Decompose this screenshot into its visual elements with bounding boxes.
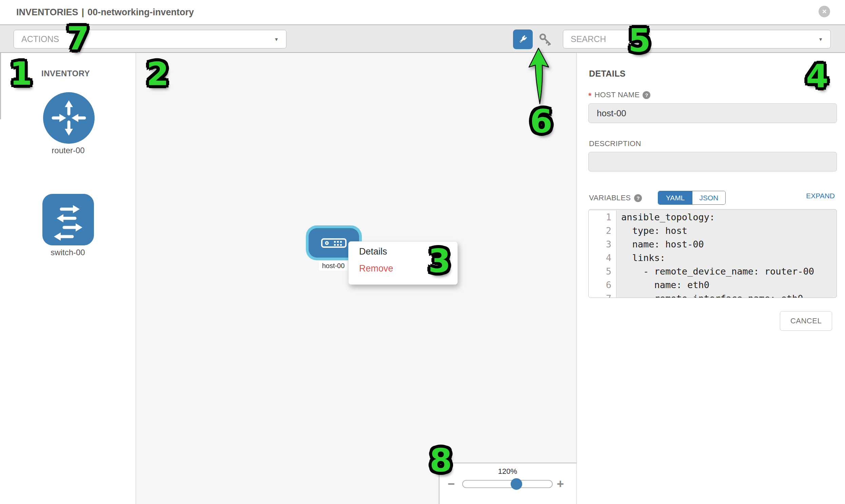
code-line: 1 ansible_topology:	[589, 211, 837, 224]
line-number: 7	[589, 292, 616, 298]
switch-icon	[42, 194, 94, 246]
wrench-icon	[517, 34, 528, 45]
annotation-5: 5	[628, 22, 651, 59]
close-icon: ✕	[822, 8, 827, 15]
annotation-2: 2	[146, 55, 169, 92]
search-placeholder: SEARCH	[571, 34, 606, 44]
line-number: 1	[589, 211, 616, 224]
router-icon	[43, 92, 94, 144]
sidebar-item-router[interactable]	[43, 92, 94, 145]
line-text: - remote_device_name: router-00	[616, 265, 837, 278]
sidebar-item-label: switch-00	[31, 248, 105, 257]
code-line: 2 type: host	[589, 224, 837, 238]
code-line: 4 links:	[589, 251, 837, 265]
zoom-slider-thumb[interactable]	[511, 478, 522, 490]
zoom-in-button[interactable]: +	[557, 478, 564, 490]
close-button[interactable]: ✕	[818, 6, 830, 17]
annotation-6: 6	[530, 103, 552, 140]
app-window: INVENTORIES | 00-networking-inventory ✕ …	[0, 0, 845, 504]
credentials-button[interactable]	[538, 32, 554, 48]
line-number: 5	[589, 265, 616, 278]
yaml-toggle-button[interactable]: YAML	[658, 191, 692, 204]
line-number: 3	[589, 238, 616, 251]
variables-label: VARIABLES	[589, 194, 631, 202]
description-label: DESCRIPTION	[589, 139, 641, 148]
breadcrumb-divider: |	[82, 7, 85, 18]
help-icon[interactable]: ?	[634, 194, 642, 202]
chevron-down-icon: ▼	[818, 37, 823, 42]
code-line: 3 name: host-00	[589, 238, 837, 251]
line-text: type: host	[616, 224, 837, 238]
line-number: 6	[589, 278, 616, 292]
code-line: 6 name: eth0	[589, 278, 837, 292]
cancel-button[interactable]: CANCEL	[780, 311, 832, 331]
zoom-slider-track[interactable]	[462, 480, 553, 488]
annotation-4: 4	[806, 58, 828, 95]
annotation-arrow-up	[525, 46, 556, 107]
line-text: ansible_topology:	[616, 211, 837, 224]
required-asterisk: *	[588, 91, 592, 101]
expand-link[interactable]: EXPAND	[760, 192, 835, 200]
actions-dropdown[interactable]: ACTIONS ▼	[14, 30, 286, 49]
description-field[interactable]	[588, 152, 837, 172]
line-number: 2	[589, 224, 616, 238]
key-icon	[539, 33, 553, 47]
sidebar-edge-divider	[0, 53, 1, 119]
details-heading: DETAILS	[589, 69, 626, 79]
breadcrumb-section: INVENTORIES	[16, 7, 78, 18]
line-text: remote_interface_name: eth0	[616, 292, 837, 298]
code-line: 7 remote_interface_name: eth0	[589, 292, 837, 298]
node-label: host-00	[319, 261, 348, 270]
line-text: name: host-00	[616, 238, 837, 251]
sidebar-item-switch[interactable]	[42, 194, 94, 247]
host-name-label: HOST NAME	[594, 90, 639, 99]
host-name-field[interactable]	[588, 103, 837, 123]
code-line: 5 - remote_device_name: router-00	[589, 265, 837, 278]
breadcrumb-item: 00-networking-inventory	[87, 7, 194, 18]
annotation-3: 3	[428, 242, 451, 280]
sidebar-item-label: router-00	[31, 146, 105, 155]
line-text: name: eth0	[616, 278, 837, 292]
annotation-8: 8	[429, 442, 452, 479]
variables-format-toggle: YAML JSON	[658, 191, 726, 205]
header: INVENTORIES | 00-networking-inventory ✕	[0, 0, 845, 24]
line-number: 4	[589, 251, 616, 265]
variables-label-row: VARIABLES ?	[589, 194, 642, 202]
json-toggle-button[interactable]: JSON	[692, 191, 725, 204]
actions-placeholder: ACTIONS	[21, 34, 59, 44]
host-server-icon	[321, 238, 347, 249]
annotation-7: 7	[67, 20, 89, 57]
zoom-out-button[interactable]: −	[447, 478, 455, 490]
help-icon[interactable]: ?	[642, 91, 650, 99]
chevron-down-icon: ▼	[274, 37, 279, 42]
annotation-1: 1	[10, 55, 32, 92]
breadcrumb: INVENTORIES | 00-networking-inventory	[16, 0, 194, 24]
inventory-heading: INVENTORY	[41, 69, 90, 78]
line-text: links:	[616, 251, 837, 265]
variables-code-editor[interactable]: 1 ansible_topology: 2 type: host 3 name:…	[588, 209, 837, 298]
host-name-label-row: * HOST NAME ?	[588, 90, 650, 100]
zoom-level-value: 120%	[439, 467, 577, 476]
search-dropdown[interactable]: SEARCH ▼	[563, 30, 831, 49]
